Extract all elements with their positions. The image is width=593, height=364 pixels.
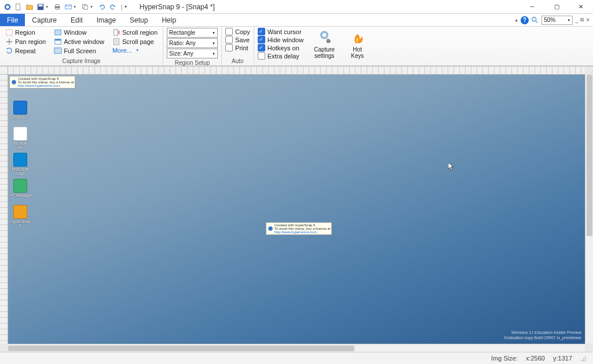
extra-delay-check[interactable]: Extra delay [258, 52, 303, 60]
group-label: Capture Image [3, 57, 159, 65]
save-icon[interactable] [35, 2, 46, 12]
dropdown-arrow-icon[interactable]: ▲ [514, 18, 518, 22]
hot-keys-button[interactable]: Hot Keys [345, 28, 369, 60]
hide-window-check[interactable]: Hide window [258, 36, 303, 44]
scroll-page-button[interactable]: Scroll page [111, 37, 159, 46]
svg-point-23 [12, 80, 16, 84]
shape-combo[interactable]: Rectangle▼ [167, 28, 218, 38]
auto-save-check[interactable]: Save [225, 36, 250, 44]
hotkeys-check[interactable]: Hotkeys on [258, 44, 303, 52]
menu-capture[interactable]: Capture [25, 14, 64, 26]
full-screen-button[interactable]: Full Screen [52, 46, 106, 56]
group-auto: Copy Save Print Auto [222, 27, 254, 65]
svg-point-22 [327, 39, 331, 43]
group-region-setup: Rectangle▼ Ratio: Any▼ Size: Any▼ Region… [163, 27, 222, 65]
want-cursor-check[interactable]: Want cursor [258, 28, 303, 36]
pan-region-button[interactable]: Pan region [3, 37, 47, 46]
chevron-down-icon[interactable]: ▼ [90, 5, 93, 9]
desktop-icon: This PC [10, 101, 30, 119]
menu-file[interactable]: File [0, 14, 25, 26]
region-button[interactable]: Region [3, 28, 47, 37]
minimize-ribbon-icon[interactable]: _ [575, 17, 578, 23]
trial-stamp-nested: Created with HyperSnap 9To avoid this st… [266, 222, 332, 235]
canvas-area: This PCRecycle BinMicrosoft EdgePCManage… [0, 66, 593, 352]
restore-window-icon[interactable]: ⧉ [580, 17, 584, 23]
svg-rect-4 [39, 4, 43, 6]
auto-print-check[interactable]: Print [225, 44, 250, 52]
size-combo[interactable]: Size: Any▼ [167, 49, 218, 58]
svg-rect-18 [114, 30, 118, 36]
menu-image[interactable]: Image [90, 14, 123, 26]
svg-point-24 [268, 226, 273, 231]
close-button[interactable]: ✕ [569, 0, 593, 14]
chevron-down-icon[interactable]: ▼ [45, 5, 49, 9]
svg-rect-6 [56, 4, 58, 6]
title-bar: ▼ ▼ ▼ | ▾ HyperSnap 9 - [Snap4 *] ─ ▢ ✕ [0, 0, 593, 14]
ruler-corner [0, 67, 8, 75]
watermark-text: Windows 11 Education Insider Preview Eva… [504, 330, 581, 340]
scrollbar-vertical[interactable] [585, 75, 593, 344]
desktop-icon: PCManager [10, 179, 30, 197]
active-window-button[interactable]: Active window [52, 37, 106, 46]
desktop-icon: Microsoft Edge [10, 153, 30, 175]
menu-help[interactable]: Help [155, 14, 183, 26]
desktop-icon: HyperSnap 9 [10, 205, 30, 227]
ribbon: Region Pan region Repeat Window Active w… [0, 27, 593, 66]
search-icon[interactable] [531, 16, 539, 24]
scroll-region-button[interactable]: Scroll region [111, 28, 159, 37]
ruler-horizontal[interactable] [8, 67, 585, 75]
svg-point-1 [6, 5, 9, 8]
menu-edit[interactable]: Edit [64, 14, 90, 26]
new-icon[interactable] [13, 2, 24, 12]
window-button[interactable]: Window [52, 28, 106, 37]
ratio-combo[interactable]: Ratio: Any▼ [167, 38, 218, 48]
minimize-button[interactable]: ─ [520, 0, 544, 14]
qat-customize-icon[interactable]: ▾ [125, 4, 127, 9]
chevron-down-icon[interactable]: ▼ [73, 5, 76, 9]
svg-rect-2 [16, 3, 20, 10]
svg-rect-7 [56, 8, 58, 9]
svg-point-11 [532, 17, 536, 21]
redo-icon[interactable] [108, 2, 118, 12]
svg-line-12 [536, 20, 538, 23]
cursor-icon [448, 163, 454, 171]
captured-image: This PCRecycle BinMicrosoft EdgePCManage… [8, 75, 585, 344]
app-icon[interactable] [2, 2, 13, 12]
capture-settings-button[interactable]: Capture settings [308, 28, 341, 60]
auto-copy-check[interactable]: Copy [225, 28, 250, 36]
more-button[interactable]: More...▼ [111, 46, 159, 54]
zoom-value: 50% [544, 17, 555, 23]
svg-point-21 [323, 33, 327, 37]
svg-rect-16 [55, 39, 61, 41]
copy-icon[interactable] [80, 2, 90, 12]
window-title: HyperSnap 9 - [Snap4 *] [129, 3, 520, 11]
group-label: Auto [225, 57, 250, 65]
help-icon[interactable]: ? [521, 16, 529, 24]
undo-icon[interactable] [97, 2, 107, 12]
resize-grip-icon[interactable] [580, 355, 587, 362]
menu-setup[interactable]: Setup [123, 14, 155, 26]
open-icon[interactable] [24, 2, 35, 12]
quick-access-toolbar: ▼ ▼ ▼ | ▾ [0, 2, 129, 12]
svg-rect-14 [55, 30, 61, 35]
svg-rect-10 [84, 5, 87, 9]
repeat-button[interactable]: Repeat [3, 46, 47, 56]
status-img-size-label: Img Size: [491, 355, 518, 362]
trial-stamp: Created with HyperSnap 9To avoid this st… [9, 76, 75, 89]
close-doc-icon[interactable]: × [586, 17, 590, 23]
status-bar: Img Size: x:2560 y:1317 [0, 352, 593, 364]
status-y: y:1317 [553, 355, 572, 362]
svg-rect-17 [54, 48, 61, 54]
email-icon[interactable] [63, 2, 74, 12]
window-controls: ─ ▢ ✕ [520, 0, 593, 14]
ruler-vertical[interactable] [0, 75, 8, 344]
svg-rect-13 [6, 30, 13, 36]
print-icon[interactable] [52, 2, 63, 12]
menu-bar: File Capture Edit Image Setup Help ▲ ? 5… [0, 14, 593, 27]
wallpaper-bloom [170, 75, 585, 344]
zoom-combo[interactable]: 50%▼ [541, 16, 573, 25]
maximize-button[interactable]: ▢ [544, 0, 569, 14]
status-x: x:2560 [526, 355, 545, 362]
image-viewport[interactable]: This PCRecycle BinMicrosoft EdgePCManage… [8, 75, 585, 344]
scrollbar-horizontal[interactable] [8, 344, 585, 352]
